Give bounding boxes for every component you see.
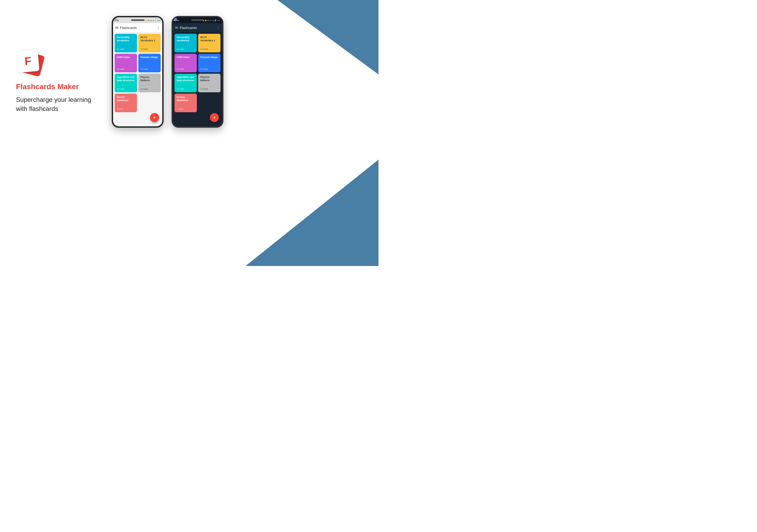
flashcard-item[interactable]: Personality vocabulary24 cards	[174, 34, 197, 52]
header-icons-dark: ⋮	[216, 26, 220, 30]
flashcard-item[interactable]: IELTS Vocabulary 215 cards	[138, 34, 161, 52]
status-icons-light: ⏰ 🔔 HD 4G ▲ 🔋 13%	[142, 19, 160, 21]
flashcard-title: Personality vocabulary	[117, 36, 135, 42]
status-icons-text-light: ⏰ 🔔 HD 4G ▲ 🔋 13%	[142, 19, 160, 21]
phone-speaker-light	[131, 19, 144, 21]
header-title-dark: Flashcards	[180, 26, 216, 30]
bg-triangle-top-right	[277, 0, 378, 75]
flashcard-item[interactable]: IELTS Vocabulary 215 cards	[198, 34, 221, 52]
app-header-dark: Flashcards ⋮	[173, 23, 222, 32]
app-name: Flashcards Maker	[16, 82, 91, 91]
flashcard-count: 54 cards	[200, 68, 218, 70]
app-header-light: Flashcards ⋮	[113, 23, 162, 32]
flashcard-title: IELTS Vocabulary 2	[200, 36, 218, 42]
flashcard-item[interactable]: Algorithms and Data structures30 cards	[115, 74, 137, 92]
flashcard-title: Russian slangs	[140, 56, 159, 59]
hamburger-menu-dark[interactable]	[175, 27, 178, 29]
flashcard-title: CS50 notes	[117, 56, 135, 59]
brightness-button-dark[interactable]	[173, 17, 177, 21]
fab-dark[interactable]: +	[210, 113, 219, 122]
logo-letter: F	[24, 54, 32, 68]
flashcard-count: 14 cards	[200, 88, 218, 90]
flashcard-title: Algorithms and Data structures	[177, 76, 195, 82]
flashcard-count: 14 cards	[140, 88, 159, 90]
flashcard-item[interactable]: Physics Midterm14 cards	[138, 74, 161, 92]
phones-container: 2:41 ⏰ 🔔 HD 4G ▲ 🔋 13% Flashcards ⋮ Pers…	[112, 16, 224, 128]
flashcard-count: 15 cards	[200, 48, 218, 50]
phone-dark: 2:42 ⏰ 🔔 HD 4G ▲ 🔋 13% Flashcards ⋮ Pers…	[171, 16, 224, 128]
fab-light[interactable]: +	[150, 113, 159, 122]
flashcard-count: 24 cards	[117, 48, 135, 50]
branding-section: F Flashcards Maker Supercharge your lear…	[16, 48, 91, 113]
flashcard-title: Physics Midterm	[140, 76, 159, 82]
flashcard-item[interactable]: Physics Midterm14 cards	[198, 74, 221, 92]
flashcard-count: 30 cards	[117, 88, 135, 90]
cards-grid-dark: Personality vocabulary24 cardsIELTS Voca…	[173, 32, 222, 114]
header-title-light: Flashcards	[120, 26, 156, 30]
flashcard-count: 54 cards	[140, 68, 159, 70]
flashcard-title: Physics Midterm	[200, 76, 218, 82]
header-icons-light: ⋮	[156, 26, 160, 30]
flashcard-count: 7 cards	[177, 108, 195, 110]
flashcard-title: Korean Weekdays	[117, 96, 135, 102]
tagline: Supercharge your learning with flashcard…	[16, 95, 91, 113]
flashcard-count: 7 cards	[117, 108, 135, 110]
flashcard-count: 30 cards	[177, 88, 195, 90]
flashcard-title: Personality vocabulary	[177, 36, 195, 42]
app-logo: F	[16, 48, 45, 77]
bg-triangle-bottom-right	[246, 160, 378, 266]
flashcard-count: 34 cards	[117, 68, 135, 70]
cards-grid-light: Personality vocabulary24 cardsIELTS Voca…	[113, 32, 162, 114]
flashcard-item[interactable]: Korean Weekdays7 cards	[115, 94, 137, 112]
flashcard-item[interactable]: Russian slangs54 cards	[198, 54, 221, 72]
logo-front-card: F	[16, 50, 40, 73]
brightness-button-light[interactable]	[113, 17, 117, 21]
flashcard-item[interactable]: Algorithms and Data structures30 cards	[174, 74, 197, 92]
flashcard-item[interactable]: Korean Weekdays7 cards	[174, 94, 197, 112]
flashcard-item[interactable]: CS50 notes34 cards	[115, 54, 137, 72]
more-options-dark[interactable]: ⋮	[216, 26, 220, 30]
flashcard-item[interactable]: CS50 notes34 cards	[174, 54, 197, 72]
more-options-light[interactable]: ⋮	[156, 26, 160, 30]
flashcard-count: 15 cards	[140, 48, 159, 50]
flashcard-title: Algorithms and Data structures	[117, 76, 135, 82]
flashcard-item[interactable]: Personality vocabulary24 cards	[115, 34, 137, 52]
hamburger-menu-light[interactable]	[115, 27, 118, 29]
flashcard-item[interactable]: Russian slangs54 cards	[138, 54, 161, 72]
status-icons-text-dark: ⏰ 🔔 HD 4G ▲ 🔋 13%	[202, 19, 220, 21]
flashcard-title: Russian slangs	[200, 56, 218, 59]
flashcard-title: IELTS Vocabulary 2	[140, 36, 159, 42]
flashcard-title: Korean Weekdays	[177, 96, 195, 102]
phone-speaker-dark	[191, 19, 204, 21]
flashcard-title: CS50 notes	[177, 56, 195, 59]
flashcard-count: 24 cards	[177, 48, 195, 50]
flashcard-count: 34 cards	[177, 68, 195, 70]
phone-light: 2:41 ⏰ 🔔 HD 4G ▲ 🔋 13% Flashcards ⋮ Pers…	[112, 16, 164, 128]
status-icons-dark: ⏰ 🔔 HD 4G ▲ 🔋 13%	[202, 19, 220, 21]
